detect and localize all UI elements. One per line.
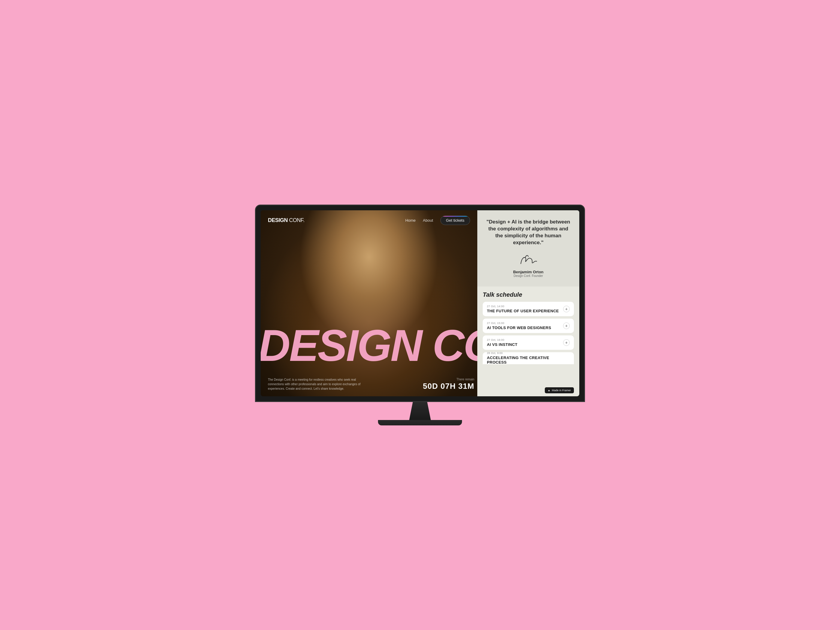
right-panel: "Design + AI is the bridge between the c… bbox=[477, 210, 579, 396]
schedule-time-1: 27 Oct, 14:00 bbox=[487, 305, 559, 308]
left-panel: DESIGN CONF. Home About Get tickets DESI… bbox=[261, 210, 477, 396]
monitor-neck bbox=[402, 402, 438, 420]
schedule-time-3: 27 Oct, 16:00 bbox=[487, 338, 518, 341]
logo-bold: DESIGN bbox=[268, 217, 288, 223]
schedule-name-3: AI VS INSTINCT bbox=[487, 342, 518, 347]
schedule-name-1: THE FUTURE OF USER EXPERIENCE bbox=[487, 309, 559, 313]
author-name: Benjamim Orton bbox=[513, 270, 543, 274]
countdown-label: There remain bbox=[423, 378, 474, 381]
navbar: DESIGN CONF. Home About Get tickets bbox=[261, 210, 477, 231]
schedule-item-2: 27 Oct, 15:00 AI TOOLS FOR WEB DESIGNERS… bbox=[483, 319, 574, 333]
schedule-item-3: 27 Oct, 16:00 AI VS INSTINCT + bbox=[483, 335, 574, 350]
signature-icon bbox=[516, 252, 540, 267]
monitor-base bbox=[378, 420, 462, 425]
get-tickets-button[interactable]: Get tickets bbox=[441, 216, 470, 225]
schedule-expand-1[interactable]: + bbox=[563, 306, 570, 312]
signature-area: Benjamim Orton Design Conf. Founder bbox=[485, 252, 572, 278]
schedule-expand-3[interactable]: + bbox=[563, 339, 570, 346]
countdown-value: 50D 07H 31M bbox=[423, 382, 474, 391]
schedule-name-4: ACCELERATING THE CREATIVE PROCESS bbox=[487, 355, 570, 364]
quote-section: "Design + AI is the bridge between the c… bbox=[477, 210, 579, 286]
logo-light: CONF. bbox=[289, 217, 305, 223]
author-title: Design Conf. Founder bbox=[513, 274, 543, 278]
schedule-time-2: 27 Oct, 15:00 bbox=[487, 322, 551, 325]
monitor-body: DESIGN CONF. Home About Get tickets DESI… bbox=[255, 205, 585, 402]
framer-label: Made in Framer bbox=[552, 389, 571, 392]
screen: DESIGN CONF. Home About Get tickets DESI… bbox=[261, 210, 579, 396]
schedule-title: Talk schedule bbox=[483, 291, 574, 298]
logo: DESIGN CONF. bbox=[268, 217, 305, 224]
monitor-wrapper: DESIGN CONF. Home About Get tickets DESI… bbox=[255, 205, 585, 425]
countdown: There remain 50D 07H 31M bbox=[423, 378, 474, 391]
nav-links: Home About Get tickets bbox=[405, 216, 470, 225]
quote-text: "Design + AI is the bridge between the c… bbox=[485, 219, 572, 246]
schedule-expand-2[interactable]: + bbox=[563, 322, 570, 329]
nav-about[interactable]: About bbox=[423, 218, 433, 223]
hero-title: DESIGN CON bbox=[261, 324, 477, 368]
framer-badge: ▲ Made in Framer bbox=[545, 387, 574, 393]
schedule-section: Talk schedule 27 Oct, 14:00 THE FUTURE O… bbox=[477, 286, 579, 385]
schedule-item-4-partial: 28 Oct, 9:00 ACCELERATING THE CREATIVE P… bbox=[483, 352, 574, 364]
schedule-name-2: AI TOOLS FOR WEB DESIGNERS bbox=[487, 325, 551, 330]
hero-description: The Design Conf. is a meeting for restle… bbox=[268, 377, 367, 391]
framer-icon: ▲ bbox=[548, 389, 551, 392]
schedule-item-1: 27 Oct, 14:00 THE FUTURE OF USER EXPERIE… bbox=[483, 302, 574, 316]
schedule-time-4: 28 Oct, 9:00 bbox=[487, 352, 570, 355]
nav-home[interactable]: Home bbox=[405, 218, 416, 223]
